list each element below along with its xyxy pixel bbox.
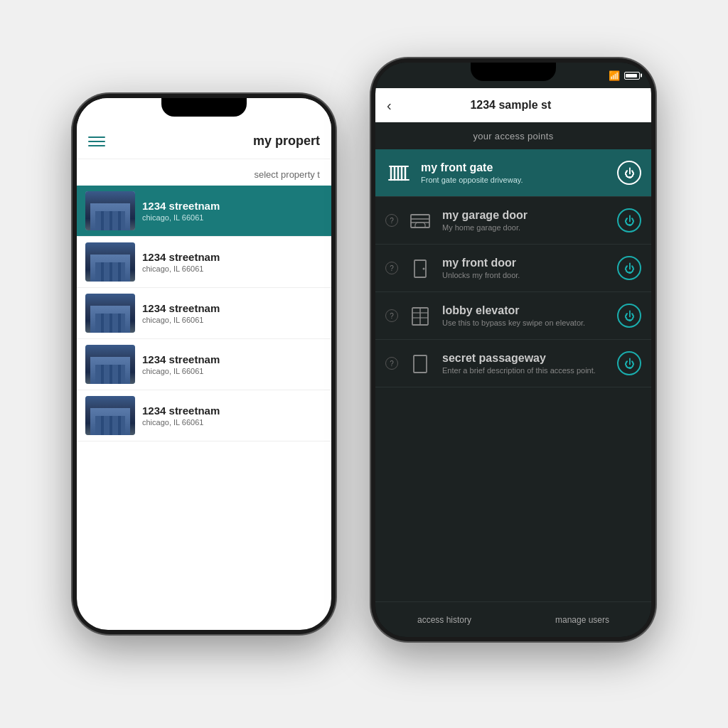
access-points-list: my front gate Front gate opposite drivew… — [375, 149, 651, 387]
passageway-icon-wrap — [407, 350, 434, 377]
access-item-front-door[interactable]: ? my front door Unlocks my front door. — [375, 245, 651, 292]
back-phone: my propert select property t 1234 street… — [73, 94, 336, 634]
front-phone: 📶 ‹ 1234 sample st your access points — [371, 58, 655, 641]
elevator-icon — [407, 303, 433, 328]
property-thumbnail — [85, 242, 135, 282]
access-desc-front-gate: Front gate opposite driveway. — [421, 176, 609, 184]
question-icon-door[interactable]: ? — [385, 262, 398, 274]
gate-icon — [386, 160, 412, 186]
power-icon-door: ⏻ — [624, 262, 635, 274]
property-list: 1234 streetnam chicago, IL 66061 1234 st… — [77, 186, 331, 441]
power-button-elevator[interactable]: ⏻ — [617, 304, 641, 328]
back-arrow-icon[interactable]: ‹ — [387, 97, 392, 114]
property-city: chicago, IL 66061 — [142, 264, 220, 273]
gate-icon-wrap — [385, 159, 412, 186]
access-desc-door: Unlocks my front door. — [442, 271, 609, 279]
property-name: 1234 streetnam — [142, 200, 220, 212]
power-button-passageway[interactable]: ⏻ — [617, 351, 641, 375]
building-image — [85, 294, 135, 333]
front-phone-notch — [471, 63, 556, 81]
access-name-front-gate: my front gate — [421, 161, 609, 174]
power-button-front-gate[interactable]: ⏻ — [617, 161, 641, 185]
svg-rect-16 — [414, 355, 427, 373]
tab-manage-users[interactable]: manage users — [513, 609, 651, 631]
back-phone-notch — [161, 98, 247, 117]
front-header-title: 1234 sample st — [399, 99, 623, 112]
property-thumbnail — [85, 396, 135, 435]
property-city: chicago, IL 66061 — [142, 213, 220, 222]
power-button-door[interactable]: ⏻ — [617, 256, 641, 280]
property-city: chicago, IL 66061 — [142, 316, 220, 324]
property-info: 1234 streetnam chicago, IL 66061 — [142, 405, 220, 427]
garage-icon — [407, 208, 433, 233]
access-item-front-gate[interactable]: my front gate Front gate opposite drivew… — [375, 149, 651, 197]
tab-access-history[interactable]: access history — [375, 609, 513, 631]
svg-point-11 — [423, 268, 425, 270]
access-text-front-gate: my front gate Front gate opposite drivew… — [421, 161, 609, 184]
property-info: 1234 streetnam chicago, IL 66061 — [142, 302, 220, 324]
property-name: 1234 streetnam — [142, 251, 220, 263]
power-button-garage[interactable]: ⏻ — [617, 208, 641, 232]
passageway-icon — [407, 350, 433, 376]
access-item-passageway[interactable]: ? secret passageway Enter a brief descri… — [375, 340, 651, 387]
access-text-elevator: lobby elevator Use this to bypass key sw… — [442, 304, 609, 327]
door-icon — [407, 255, 433, 281]
property-info: 1234 streetnam chicago, IL 66061 — [142, 251, 220, 273]
front-subheader: your access points — [375, 122, 651, 149]
back-header-title: my propert — [105, 134, 320, 149]
back-subheader: select property t — [77, 159, 331, 186]
question-icon-elevator[interactable]: ? — [385, 309, 398, 322]
front-header: ‹ 1234 sample st — [375, 88, 651, 122]
property-city: chicago, IL 66061 — [142, 367, 220, 375]
access-desc-passageway: Enter a brief description of this access… — [442, 366, 609, 375]
back-header: my propert — [77, 124, 331, 159]
property-info: 1234 streetnam chicago, IL 66061 — [142, 200, 220, 222]
front-phone-screen: 📶 ‹ 1234 sample st your access points — [375, 63, 651, 637]
property-item[interactable]: 1234 streetnam chicago, IL 66061 — [77, 390, 331, 441]
question-icon-garage[interactable]: ? — [385, 214, 398, 227]
property-name: 1234 streetnam — [142, 353, 220, 365]
property-thumbnail — [85, 345, 135, 384]
access-item-elevator[interactable]: ? lobby elevator Use this to bypass — [375, 292, 651, 340]
access-item-garage-door[interactable]: ? my garage door M — [375, 197, 651, 245]
access-name-passageway: secret passageway — [442, 352, 609, 365]
access-name-garage: my garage door — [442, 209, 609, 222]
question-icon-passageway[interactable]: ? — [385, 357, 398, 370]
power-icon-passageway: ⏻ — [624, 358, 635, 370]
building-image — [85, 345, 135, 384]
access-text-garage: my garage door My home garage door. — [442, 209, 609, 232]
hamburger-icon[interactable] — [88, 136, 105, 146]
power-icon-garage: ⏻ — [624, 215, 635, 227]
power-icon-elevator: ⏻ — [624, 310, 635, 322]
back-phone-screen: my propert select property t 1234 street… — [77, 98, 331, 630]
property-name: 1234 streetnam — [142, 405, 220, 417]
building-image — [85, 242, 135, 282]
power-icon-front-gate: ⏻ — [624, 167, 635, 179]
property-item[interactable]: 1234 streetnam chicago, IL 66061 — [77, 339, 331, 390]
property-item[interactable]: 1234 streetnam chicago, IL 66061 — [77, 237, 331, 288]
battery-icon — [624, 72, 640, 80]
scene: my propert select property t 1234 street… — [73, 58, 655, 670]
elevator-icon-wrap — [407, 302, 434, 329]
access-text-door: my front door Unlocks my front door. — [442, 257, 609, 279]
garage-icon-wrap — [407, 207, 434, 234]
svg-rect-7 — [411, 215, 429, 228]
property-city: chicago, IL 66061 — [142, 418, 220, 427]
tab-bar: access history manage users — [375, 601, 651, 637]
building-image — [85, 191, 135, 230]
access-desc-elevator: Use this to bypass key swipe on elevator… — [442, 318, 609, 327]
access-name-elevator: lobby elevator — [442, 304, 609, 317]
wifi-icon: 📶 — [609, 70, 620, 81]
door-icon-wrap — [407, 255, 434, 282]
property-thumbnail — [85, 191, 135, 230]
building-image — [85, 396, 135, 435]
property-info: 1234 streetnam chicago, IL 66061 — [142, 353, 220, 375]
property-item[interactable]: 1234 streetnam chicago, IL 66061 — [77, 186, 331, 237]
property-name: 1234 streetnam — [142, 302, 220, 314]
access-text-passageway: secret passageway Enter a brief descript… — [442, 352, 609, 375]
access-name-door: my front door — [442, 257, 609, 269]
property-item[interactable]: 1234 streetnam chicago, IL 66061 — [77, 288, 331, 339]
access-desc-garage: My home garage door. — [442, 223, 609, 232]
property-thumbnail — [85, 294, 135, 333]
